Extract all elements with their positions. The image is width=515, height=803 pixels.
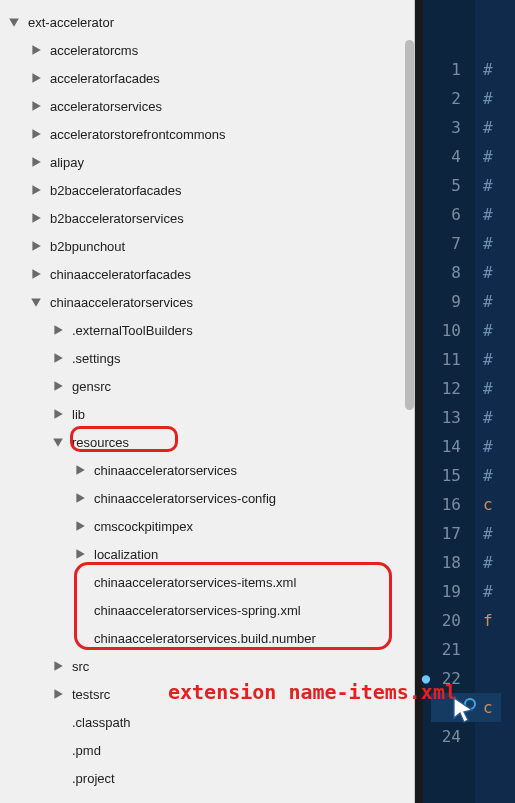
project-tree-panel: ext-accelerator acceleratorcmsaccelerato… — [0, 0, 415, 803]
tree-folder[interactable]: resources — [0, 428, 414, 456]
twisty-closed-icon — [74, 464, 86, 476]
twisty-closed-icon — [30, 212, 42, 224]
editor-line: c — [431, 693, 501, 722]
twisty-closed-icon — [30, 100, 42, 112]
tree-label: chinaacceleratorservices-spring.xml — [92, 603, 301, 618]
twisty-closed-icon — [30, 184, 42, 196]
line-number: ●22 — [423, 664, 461, 693]
tree-label: chinaacceleratorservices — [92, 463, 237, 478]
tree-folder[interactable]: chinaacceleratorservices — [0, 456, 414, 484]
tree-folder[interactable]: lib — [0, 400, 414, 428]
editor-line: # — [483, 461, 493, 490]
line-number: 6 — [423, 200, 461, 229]
tree-folder[interactable]: localization — [0, 540, 414, 568]
editor-line: # — [483, 548, 493, 577]
editor-line: # — [483, 316, 493, 345]
tree-folder-root[interactable]: ext-accelerator — [0, 8, 414, 36]
editor-panel: 123456789101112131415161718192021●222324… — [415, 0, 515, 803]
line-number: 13 — [423, 403, 461, 432]
editor-line: # — [483, 229, 493, 258]
line-number: 19 — [423, 577, 461, 606]
tree-file[interactable]: chinaacceleratorservices-items.xml — [0, 568, 414, 596]
line-number: 7 — [423, 229, 461, 258]
tree-label: acceleratorfacades — [48, 71, 160, 86]
line-number: 4 — [423, 142, 461, 171]
editor-line: # — [483, 345, 493, 374]
twisty-closed-icon — [30, 268, 42, 280]
line-number: 10 — [423, 316, 461, 345]
editor-line: # — [483, 200, 493, 229]
tree-label: b2bpunchout — [48, 239, 125, 254]
tree-file[interactable]: chinaacceleratorservices-spring.xml — [0, 596, 414, 624]
line-number: 3 — [423, 113, 461, 142]
line-number: 14 — [423, 432, 461, 461]
tree-folder[interactable]: .settings — [0, 344, 414, 372]
tree-label: alipay — [48, 155, 84, 170]
tree-folder[interactable]: acceleratorcms — [0, 36, 414, 64]
tree-label: .classpath — [70, 715, 131, 730]
tree-label: .project — [70, 771, 115, 786]
tree-folder[interactable]: cmscockpitimpex — [0, 512, 414, 540]
tree-folder[interactable]: b2bpunchout — [0, 232, 414, 260]
tree-folder[interactable]: chinaacceleratorservices — [0, 288, 414, 316]
twisty-closed-icon — [74, 548, 86, 560]
twisty-closed-icon — [52, 660, 64, 672]
tree-folder[interactable]: b2bacceleratorfacades — [0, 176, 414, 204]
editor-line: # — [483, 113, 493, 142]
tree-file[interactable]: .classpath — [0, 708, 414, 736]
tree-folder[interactable]: acceleratorstorefrontcommons — [0, 120, 414, 148]
tree-folder[interactable]: acceleratorfacades — [0, 64, 414, 92]
line-number: 24 — [423, 722, 461, 751]
editor-gutter: 123456789101112131415161718192021●222324 — [423, 0, 475, 803]
editor-line: # — [483, 287, 493, 316]
tree-label: chinaacceleratorservices — [48, 295, 193, 310]
tree-label: localization — [92, 547, 158, 562]
editor-line — [483, 635, 493, 664]
tree-folder[interactable]: testsrc — [0, 680, 414, 708]
twisty-open-icon — [8, 16, 20, 28]
line-number: 1 — [423, 55, 461, 84]
tree-folder[interactable]: src — [0, 652, 414, 680]
scrollbar-vertical[interactable] — [405, 40, 414, 410]
twisty-open-icon — [30, 296, 42, 308]
tree-folder[interactable]: chinaacceleratorservices-config — [0, 484, 414, 512]
editor-line: f — [483, 606, 493, 635]
line-number: 16 — [423, 490, 461, 519]
twisty-closed-icon — [74, 492, 86, 504]
twisty-closed-icon — [30, 240, 42, 252]
twisty-closed-icon — [52, 408, 64, 420]
editor-line: # — [483, 55, 493, 84]
tree-file[interactable]: chinaacceleratorservices.build.number — [0, 624, 414, 652]
tree-folder[interactable]: acceleratorservices — [0, 92, 414, 120]
tree-label: testsrc — [70, 687, 110, 702]
tree-folder[interactable]: .externalToolBuilders — [0, 316, 414, 344]
tree-label: chinaacceleratorfacades — [48, 267, 191, 282]
tree-file[interactable]: .pmd — [0, 736, 414, 764]
line-number: 20 — [423, 606, 461, 635]
editor-line: # — [483, 171, 493, 200]
editor-content[interactable]: ###############c###f c — [475, 0, 493, 803]
twisty-closed-icon — [74, 520, 86, 532]
editor-line: # — [483, 577, 493, 606]
twisty-closed-icon — [30, 128, 42, 140]
tree-label: resources — [70, 435, 129, 450]
twisty-closed-icon — [30, 72, 42, 84]
line-number: 15 — [423, 461, 461, 490]
tree-folder[interactable]: gensrc — [0, 372, 414, 400]
tree-folder[interactable]: chinaacceleratorfacades — [0, 260, 414, 288]
twisty-open-icon — [52, 436, 64, 448]
editor-line: c — [483, 490, 493, 519]
tree-folder[interactable]: alipay — [0, 148, 414, 176]
tree-label: cmscockpitimpex — [92, 519, 193, 534]
tree-label: src — [70, 659, 89, 674]
tree-label: chinaacceleratorservices-config — [92, 491, 276, 506]
tree-file[interactable]: .project — [0, 764, 414, 792]
tree-label: b2bacceleratorfacades — [48, 183, 182, 198]
line-number: 5 — [423, 171, 461, 200]
tree-label: acceleratorstorefrontcommons — [48, 127, 226, 142]
editor-line — [483, 722, 493, 751]
tree-folder[interactable]: b2bacceleratorservices — [0, 204, 414, 232]
tree-label: .settings — [70, 351, 120, 366]
editor-line: # — [483, 403, 493, 432]
tree-label: chinaacceleratorservices.build.number — [92, 631, 316, 646]
